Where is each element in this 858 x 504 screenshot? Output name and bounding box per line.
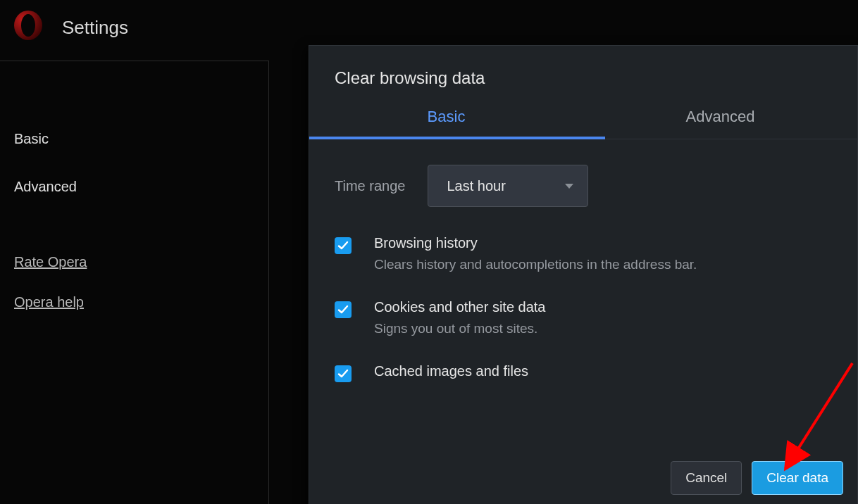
tab-active-indicator [309,137,605,139]
sidebar-item-advanced[interactable]: Advanced [14,179,77,195]
dialog-body: Time range Last hour Browsing history Cl… [309,139,857,382]
opera-logo-icon [13,10,44,44]
opera-help-link[interactable]: Opera help [14,294,84,310]
dialog-footer: Cancel Clear data [671,461,843,495]
checkbox-cookies[interactable] [335,301,352,318]
clear-data-button[interactable]: Clear data [752,461,843,495]
time-range-value: Last hour [447,178,505,194]
chevron-down-icon [565,184,573,189]
time-range-row: Time range Last hour [335,165,832,207]
settings-sidebar: Basic Advanced Rate Opera Opera help [0,61,269,504]
checkbox-cache[interactable] [335,365,352,382]
clear-browsing-data-dialog: Clear browsing data Basic Advanced Time … [309,45,858,504]
option-cache: Cached images and files [335,363,832,382]
option-browsing-history: Browsing history Clears history and auto… [335,235,832,272]
page-title: Settings [62,17,128,39]
checkbox-browsing-history[interactable] [335,237,352,254]
option-description: Signs you out of most sites. [374,321,546,336]
dialog-title: Clear browsing data [309,46,857,88]
option-description: Clears history and autocompletions in th… [374,257,697,272]
rate-opera-link[interactable]: Rate Opera [14,254,87,270]
sidebar-item-basic[interactable]: Basic [14,131,49,147]
time-range-label: Time range [335,178,405,194]
cancel-button[interactable]: Cancel [671,461,742,495]
tab-advanced[interactable]: Advanced [583,108,857,139]
option-cookies: Cookies and other site data Signs you ou… [335,299,832,336]
option-title: Cached images and files [374,363,528,379]
tab-basic[interactable]: Basic [309,108,583,139]
svg-point-1 [21,14,35,37]
dialog-tabs: Basic Advanced [309,108,857,139]
time-range-select[interactable]: Last hour [428,165,588,207]
option-title: Cookies and other site data [374,299,546,315]
option-title: Browsing history [374,235,697,251]
